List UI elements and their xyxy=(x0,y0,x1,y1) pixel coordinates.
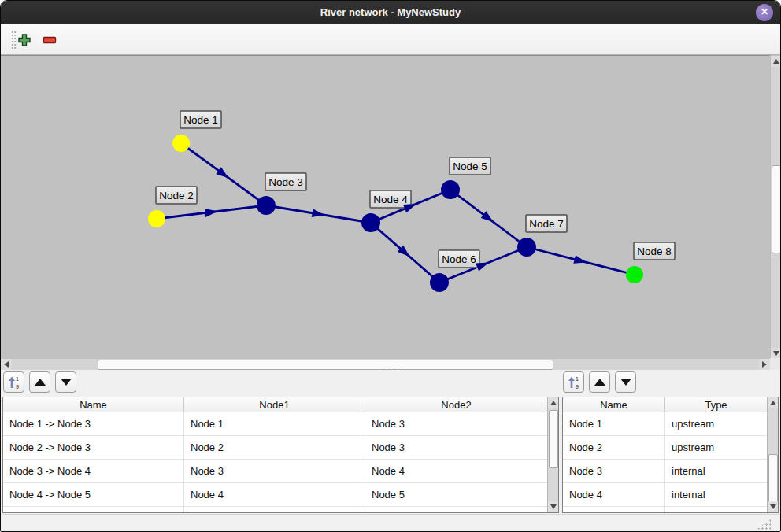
branches-move-up-button[interactable] xyxy=(29,371,50,393)
svg-text:9: 9 xyxy=(576,384,579,390)
column-header[interactable]: Type xyxy=(665,397,767,412)
branches-sort-button[interactable]: 1 9 xyxy=(3,371,24,393)
scroll-left-icon[interactable] xyxy=(1,359,12,370)
column-header[interactable]: Node1 xyxy=(184,397,365,412)
scrollbar-thumb[interactable] xyxy=(768,454,778,503)
remove-button[interactable] xyxy=(40,31,59,50)
table-row[interactable]: Node 2 -> Node 3Node 2Node 3 xyxy=(3,436,547,460)
table-cell: upstream xyxy=(665,412,767,435)
horizontal-pane-splitter[interactable] xyxy=(1,370,780,372)
svg-text:Node 6: Node 6 xyxy=(442,253,476,265)
status-bar xyxy=(1,514,780,532)
table-cell: Node 5 xyxy=(365,483,547,506)
column-header[interactable]: Name xyxy=(563,397,665,412)
table-cell: Node 1 xyxy=(563,412,665,435)
river-node[interactable] xyxy=(517,238,536,257)
sort-1-9-icon: 1 9 xyxy=(7,375,21,390)
empty-cell xyxy=(563,507,665,512)
scroll-right-icon[interactable] xyxy=(759,359,770,370)
main-toolbar xyxy=(1,24,780,55)
table-row[interactable]: Node 3internal xyxy=(563,460,767,483)
table-row[interactable]: Node 4 -> Node 5Node 4Node 5 xyxy=(3,483,547,507)
branches-move-down-button[interactable] xyxy=(55,371,76,393)
table-cell: Node 3 xyxy=(184,460,365,482)
node-label: Node 7 xyxy=(526,215,567,232)
nodes-move-up-button[interactable] xyxy=(589,371,610,393)
table-row[interactable]: Node 1upstream xyxy=(563,412,767,436)
nodes-table-content: NameTypeNode 1upstreamNode 2upstreamNode… xyxy=(563,397,767,512)
river-node[interactable] xyxy=(441,180,460,199)
node-label: Node 6 xyxy=(439,250,479,268)
node-label: Node 2 xyxy=(156,187,197,204)
table-row[interactable]: Node 4internal xyxy=(563,483,767,507)
close-icon: ✕ xyxy=(761,6,768,17)
river-node[interactable] xyxy=(257,196,276,215)
table-cell: Node 4 xyxy=(365,460,547,482)
table-cell: Node 4 -> Node 5 xyxy=(3,483,184,506)
triangle-down-icon xyxy=(620,379,631,386)
table-cell: Node 3 xyxy=(365,436,547,459)
scroll-down-icon[interactable] xyxy=(548,501,558,512)
table-row[interactable]: Node 1 -> Node 3Node 1Node 3 xyxy=(3,412,547,436)
branches-table-scrollbar[interactable] xyxy=(547,397,558,512)
node-label: Node 5 xyxy=(450,157,490,175)
scroll-down-icon[interactable] xyxy=(768,501,778,512)
nodes-sort-button[interactable]: 1 9 xyxy=(563,371,584,393)
empty-cell xyxy=(3,507,184,512)
add-button[interactable] xyxy=(15,31,34,50)
table-header-row: NameNode1Node2 xyxy=(3,397,547,412)
svg-text:Node 3: Node 3 xyxy=(268,176,303,188)
svg-text:9: 9 xyxy=(16,384,19,390)
nodes-table-scrollbar[interactable] xyxy=(767,397,778,512)
nodes-table: NameTypeNode 1upstreamNode 2upstreamNode… xyxy=(562,397,779,513)
empty-row xyxy=(563,507,767,512)
column-header[interactable]: Node2 xyxy=(365,397,547,412)
empty-row xyxy=(3,507,547,512)
canvas-vertical-scrollbar[interactable] xyxy=(770,55,781,359)
river-network: Node 1Node 2Node 3Node 4Node 5Node 6Node… xyxy=(1,56,770,357)
table-header-row: NameType xyxy=(563,397,767,412)
app-window: River network - MyNewStudy ✕ Node 1Node … xyxy=(0,0,781,532)
river-node[interactable] xyxy=(148,210,165,227)
resize-grip-icon[interactable] xyxy=(757,519,771,530)
branches-table-content: NameNode1Node2Node 1 -> Node 3Node 1Node… xyxy=(3,397,547,512)
window-title: River network - MyNewStudy xyxy=(1,1,780,24)
river-node[interactable] xyxy=(172,135,190,152)
canvas-horizontal-scrollbar[interactable] xyxy=(1,358,770,370)
scroll-up-icon[interactable] xyxy=(548,397,558,408)
river-node[interactable] xyxy=(361,213,380,232)
table-cell: Node 2 xyxy=(563,436,665,459)
svg-text:Node 5: Node 5 xyxy=(453,161,487,172)
column-header[interactable]: Name xyxy=(3,397,184,412)
svg-text:1: 1 xyxy=(16,376,19,382)
table-cell: Node 2 xyxy=(184,436,365,459)
vertical-scrollbar-thumb[interactable] xyxy=(772,165,781,253)
table-row[interactable]: Node 2upstream xyxy=(563,436,767,460)
table-row[interactable]: Node 3 -> Node 4Node 3Node 4 xyxy=(3,460,547,483)
scrollbar-thumb[interactable] xyxy=(549,410,558,468)
scrollbar-corner xyxy=(770,358,781,370)
node-label: Node 1 xyxy=(180,111,221,128)
scroll-up-icon[interactable] xyxy=(768,397,778,408)
nodes-move-down-button[interactable] xyxy=(615,371,636,393)
titlebar[interactable]: River network - MyNewStudy ✕ xyxy=(1,1,780,24)
empty-cell xyxy=(365,507,547,512)
flow-arrow-icon xyxy=(573,255,587,267)
svg-text:Node 1: Node 1 xyxy=(183,114,218,126)
table-cell: Node 3 xyxy=(563,460,665,482)
table-cell: Node 3 -> Node 4 xyxy=(3,460,184,482)
svg-text:Node 4: Node 4 xyxy=(373,194,408,205)
branches-table: NameNode1Node2Node 1 -> Node 3Node 1Node… xyxy=(2,397,559,513)
table-cell: Node 4 xyxy=(184,483,365,506)
empty-cell xyxy=(665,507,767,512)
scroll-down-icon[interactable] xyxy=(771,348,781,359)
network-canvas[interactable]: Node 1Node 2Node 3Node 4Node 5Node 6Node… xyxy=(1,55,770,358)
scroll-up-icon[interactable] xyxy=(771,56,781,67)
table-cell: Node 1 xyxy=(184,412,365,435)
river-node[interactable] xyxy=(430,273,449,292)
table-cell: internal xyxy=(665,483,767,506)
horizontal-scrollbar-thumb[interactable] xyxy=(98,360,553,370)
river-node[interactable] xyxy=(626,266,643,283)
node-label: Node 8 xyxy=(634,242,675,260)
close-button[interactable]: ✕ xyxy=(756,4,773,21)
